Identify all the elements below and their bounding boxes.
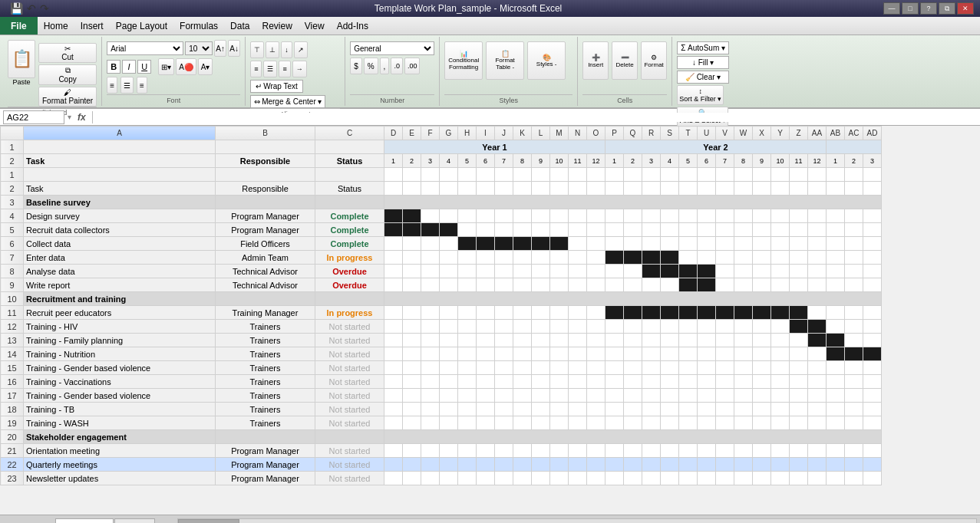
gantt-cell-r2-c9[interactable] <box>550 182 569 196</box>
gantt-cell-r18-c26[interactable] <box>863 403 882 416</box>
gantt-cell-r23-c24[interactable] <box>827 472 845 485</box>
format-table-button[interactable]: 📋Format Table - <box>486 41 524 80</box>
gantt-cell-r18-c25[interactable] <box>845 403 863 416</box>
cell-b8[interactable]: Technical Advisor <box>216 265 315 278</box>
gantt-cell-r7-c8[interactable] <box>532 251 550 265</box>
gantt-cell-r14-c8[interactable] <box>532 347 550 361</box>
gantt-cell-r16-c24[interactable] <box>827 375 845 389</box>
cell-a14[interactable]: Training - Nutrition <box>24 347 216 361</box>
col-header-p[interactable]: P <box>605 127 624 140</box>
gantt-cell-r18-c21[interactable] <box>771 403 790 416</box>
gantt-cell-r13-c22[interactable] <box>790 334 808 347</box>
gantt-cell-r21-c2[interactable] <box>421 444 440 458</box>
gantt-cell-r12-c24[interactable] <box>827 320 845 334</box>
gantt-cell-r7-c17[interactable] <box>698 251 716 265</box>
gantt-cell-r4-c25[interactable] <box>845 209 863 223</box>
gantt-cell-r8-c7[interactable] <box>513 265 532 278</box>
gantt-cell-r21-c7[interactable] <box>513 444 532 458</box>
cell-n2[interactable]: 11 <box>569 154 587 168</box>
gantt-cell-r22-c11[interactable] <box>587 458 605 472</box>
gantt-cell-r14-c21[interactable] <box>771 347 790 361</box>
gantt-cell-r12-c18[interactable] <box>716 320 734 334</box>
gantt-cell-r6-c10[interactable] <box>569 237 587 251</box>
gantt-cell-r17-c18[interactable] <box>716 389 734 403</box>
gantt-cell-r23-c19[interactable] <box>734 472 753 485</box>
name-box[interactable] <box>3 110 64 124</box>
gantt-cell-r12-c23[interactable] <box>808 320 827 334</box>
gantt-cell-r15-c18[interactable] <box>716 361 734 375</box>
gantt-cell-r6-c22[interactable] <box>790 237 808 251</box>
gantt-cell-r19-c19[interactable] <box>734 416 753 430</box>
col-header-a[interactable]: A <box>24 127 216 140</box>
gantt-cell-r5-c5[interactable] <box>477 223 495 237</box>
gantt-cell-r8-c23[interactable] <box>808 265 827 278</box>
gantt-cell-r12-c14[interactable] <box>642 320 661 334</box>
gantt-cell-r19-c3[interactable] <box>440 416 458 430</box>
menu-addins[interactable]: Add-Ins <box>331 17 375 35</box>
gantt-cell-r21-c6[interactable] <box>495 444 513 458</box>
gantt-cell-r18-c19[interactable] <box>734 403 753 416</box>
gantt-cell-r11-c11[interactable] <box>587 306 605 320</box>
gantt-cell-r15-c10[interactable] <box>569 361 587 375</box>
cell-a4[interactable]: Design survey <box>24 209 216 223</box>
cell-r2[interactable]: 3 <box>642 154 661 168</box>
gantt-cell-r13-c1[interactable] <box>403 334 421 347</box>
cell-c20[interactable] <box>315 430 384 444</box>
gantt-cell-r16-c26[interactable] <box>863 375 882 389</box>
gantt-cell-r6-c9[interactable] <box>550 237 569 251</box>
align-left-button[interactable]: ≡ <box>107 77 117 94</box>
gantt-cell-r9-c10[interactable] <box>569 278 587 292</box>
gantt-cell-r8-c4[interactable] <box>458 265 477 278</box>
gantt-cell-r22-c21[interactable] <box>771 458 790 472</box>
gantt-cell-r6-c24[interactable] <box>827 237 845 251</box>
cell-h2[interactable]: 5 <box>458 154 477 168</box>
gantt-cell-r17-c4[interactable] <box>458 389 477 403</box>
window-controls[interactable]: — □ ? ⧉ ✕ <box>883 2 974 15</box>
gantt-cell-r23-c8[interactable] <box>532 472 550 485</box>
gantt-cell-r23-c25[interactable] <box>845 472 863 485</box>
maximize-button[interactable]: □ <box>902 2 919 15</box>
gantt-cell-r4-c13[interactable] <box>624 209 642 223</box>
gantt-cell-r23-c9[interactable] <box>550 472 569 485</box>
gantt-cell-r5-c6[interactable] <box>495 223 513 237</box>
italic-button[interactable]: I <box>122 60 136 74</box>
gantt-cell-r4-c8[interactable] <box>532 209 550 223</box>
gantt-cell-r15-c11[interactable] <box>587 361 605 375</box>
gantt-cell-r22-c22[interactable] <box>790 458 808 472</box>
gantt-cell-r2-c23[interactable] <box>808 182 827 196</box>
gantt-cell-r12-c9[interactable] <box>550 320 569 334</box>
gantt-cell-r21-c26[interactable] <box>863 444 882 458</box>
gantt-cell-r8-c13[interactable] <box>624 265 642 278</box>
gantt-cell-r16-c16[interactable] <box>679 375 698 389</box>
gantt-cell-r8-c3[interactable] <box>440 265 458 278</box>
fill-color-button[interactable]: A🔴 <box>176 58 196 75</box>
quick-access-toolbar[interactable]: 💾 ↶ ↷ <box>6 2 53 15</box>
gantt-cell-r21-c18[interactable] <box>716 444 734 458</box>
align-center-button[interactable]: ☰ <box>120 77 134 94</box>
gantt-cell-r7-c22[interactable] <box>790 251 808 265</box>
gantt-cell-r4-c5[interactable] <box>477 209 495 223</box>
gantt-cell-r9-c0[interactable] <box>384 278 403 292</box>
decrease-font-button[interactable]: A↓ <box>228 40 240 57</box>
gantt-cell-r9-c14[interactable] <box>642 278 661 292</box>
gantt-cell-r19-c20[interactable] <box>753 416 771 430</box>
gantt-cell-r18-c4[interactable] <box>458 403 477 416</box>
gantt-cell-r23-c4[interactable] <box>458 472 477 485</box>
cell-b11[interactable]: Training Manager <box>216 306 315 320</box>
cell-o2[interactable]: 12 <box>587 154 605 168</box>
gantt-cell-r21-c5[interactable] <box>477 444 495 458</box>
gantt-cell-r1-c6[interactable] <box>495 168 513 182</box>
gantt-cell-r22-c16[interactable] <box>679 458 698 472</box>
cell-b20[interactable] <box>216 430 315 444</box>
gantt-cell-r21-c4[interactable] <box>458 444 477 458</box>
gantt-cell-r17-c16[interactable] <box>679 389 698 403</box>
gantt-cell-r13-c16[interactable] <box>679 334 698 347</box>
gantt-cell-r4-c26[interactable] <box>863 209 882 223</box>
gantt-cell-r17-c8[interactable] <box>532 389 550 403</box>
gantt-cell-r19-c2[interactable] <box>421 416 440 430</box>
gantt-cell-r7-c9[interactable] <box>550 251 569 265</box>
col-header-aa[interactable]: AA <box>808 127 827 140</box>
gantt-cell-r14-c3[interactable] <box>440 347 458 361</box>
gantt-cell-r1-c22[interactable] <box>790 168 808 182</box>
cell-b2[interactable]: Responsible <box>216 154 315 168</box>
